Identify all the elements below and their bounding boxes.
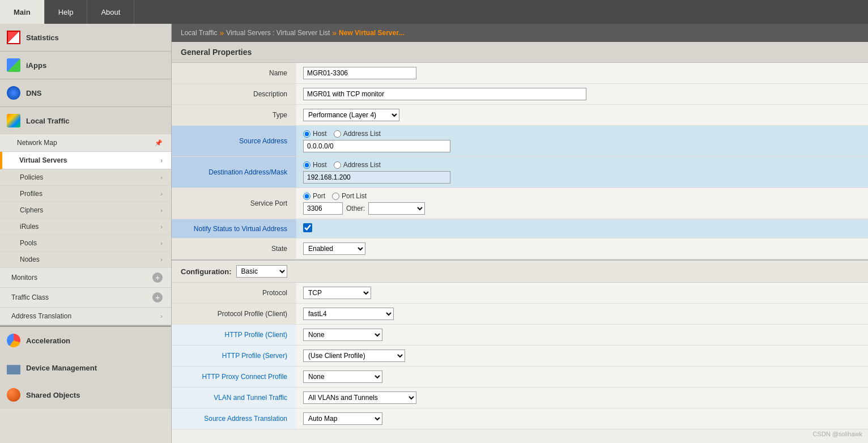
type-row: Type Performance (Layer 4) Standard Forw… <box>172 105 868 126</box>
monitors-plus-icon[interactable]: + <box>152 272 163 283</box>
http-profile-client-label: HTTP Profile (Client) <box>172 325 296 346</box>
state-row: State Enabled Disabled <box>172 238 868 259</box>
sidebar-item-monitors[interactable]: Monitors + <box>0 268 171 288</box>
configuration-header: Configuration: Basic Advanced <box>172 259 868 283</box>
service-port-input[interactable] <box>303 202 343 215</box>
nav-help[interactable]: Help <box>45 0 88 24</box>
main-content: Local Traffic » Virtual Servers : Virtua… <box>172 24 868 443</box>
sidebar-item-shared-objects[interactable]: Shared Objects <box>0 381 171 408</box>
protocol-value-cell: TCP UDP <box>296 283 868 304</box>
http-proxy-connect-value-cell: None <box>296 367 868 387</box>
dest-host-radio[interactable] <box>303 161 310 169</box>
other-label: Other: <box>346 205 365 212</box>
accel-icon <box>6 333 22 348</box>
main-layout: Statistics iApps DNS <box>0 24 868 443</box>
sidebar-item-acceleration[interactable]: Acceleration <box>0 327 171 354</box>
sidebar: Statistics iApps DNS <box>0 24 172 443</box>
breadcrumb: Local Traffic » Virtual Servers : Virtua… <box>172 24 868 42</box>
nav-main[interactable]: Main <box>0 0 45 24</box>
traffic-class-plus-icon[interactable]: + <box>152 292 163 303</box>
sidebar-item-virtual-servers[interactable]: Virtual Servers › <box>0 152 171 169</box>
sidebar-section-dns: DNS <box>0 79 171 107</box>
destination-address-row: Destination Address/Mask Host Address Li… <box>172 157 868 188</box>
http-profile-server-value-cell: (Use Client Profile) None <box>296 346 868 367</box>
dest-address-list-label[interactable]: Address List <box>334 161 381 169</box>
port-list-radio[interactable] <box>332 193 339 200</box>
address-translation-arrow: › <box>160 313 163 320</box>
source-address-input[interactable] <box>303 140 450 152</box>
protocol-select[interactable]: TCP UDP <box>303 287 371 299</box>
source-address-translation-select[interactable]: Auto Map None SNAT <box>303 412 382 425</box>
protocol-profile-client-select[interactable]: fastL4 tcp <box>303 308 394 320</box>
http-proxy-connect-select[interactable]: None <box>303 370 382 383</box>
sidebar-item-device-management[interactable]: Device Management <box>0 354 171 381</box>
shared-icon <box>6 387 22 403</box>
source-address-radio-group: Host Address List <box>303 130 861 138</box>
device-icon <box>6 360 22 376</box>
http-profile-server-select[interactable]: (Use Client Profile) None <box>303 350 405 362</box>
http-profile-client-row: HTTP Profile (Client) None http <box>172 325 868 346</box>
notify-status-checkbox[interactable] <box>303 223 312 232</box>
sidebar-item-irules[interactable]: iRules › <box>0 219 171 235</box>
port-radio[interactable] <box>303 193 310 200</box>
vlan-tunnel-label: VLAN and Tunnel Traffic <box>172 387 296 408</box>
service-port-row: Service Port Port Port List Other: <box>172 188 868 219</box>
sidebar-item-statistics[interactable]: Statistics <box>0 24 171 51</box>
port-label[interactable]: Port <box>303 192 325 200</box>
nav-about[interactable]: About <box>87 0 134 24</box>
sidebar-item-traffic-class[interactable]: Traffic Class + <box>0 288 171 308</box>
protocol-profile-client-row: Protocol Profile (Client) fastL4 tcp <box>172 304 868 325</box>
dest-host-label[interactable]: Host <box>303 161 327 169</box>
breadcrumb-sep2: » <box>332 28 337 37</box>
sidebar-item-dns[interactable]: DNS <box>0 79 171 107</box>
source-address-list-label[interactable]: Address List <box>334 130 381 138</box>
general-properties-header: General Properties <box>172 42 868 63</box>
destination-address-value-cell: Host Address List <box>296 157 868 188</box>
protocol-profile-client-label: Protocol Profile (Client) <box>172 304 296 325</box>
service-port-inputs: Other: <box>303 202 861 215</box>
configuration-label: Configuration: <box>181 267 232 276</box>
source-host-radio[interactable] <box>303 130 310 138</box>
sidebar-item-local-traffic[interactable]: Local Traffic <box>0 107 171 134</box>
sidebar-item-policies[interactable]: Policies › <box>0 169 171 186</box>
name-input[interactable] <box>303 67 416 79</box>
virtual-servers-arrow: › <box>160 157 163 164</box>
sidebar-item-nodes[interactable]: Nodes › <box>0 252 171 268</box>
vlan-tunnel-select[interactable]: All VLANs and Tunnels Enabled on <box>303 391 416 404</box>
state-value-cell: Enabled Disabled <box>296 238 868 259</box>
dest-address-list-radio[interactable] <box>334 161 341 169</box>
source-address-translation-value-cell: Auto Map None SNAT <box>296 408 868 429</box>
sidebar-item-address-translation[interactable]: Address Translation › <box>0 308 171 325</box>
state-select[interactable]: Enabled Disabled <box>303 242 365 255</box>
service-port-value-cell: Port Port List Other: <box>296 188 868 219</box>
notify-status-value-cell <box>296 219 868 238</box>
breadcrumb-local-traffic[interactable]: Local Traffic <box>181 29 217 37</box>
breadcrumb-virtual-servers[interactable]: Virtual Servers : Virtual Server List <box>226 29 330 37</box>
description-input[interactable] <box>303 88 586 100</box>
source-address-list-radio[interactable] <box>334 130 341 138</box>
sidebar-section-statistics: Statistics <box>0 24 171 52</box>
sidebar-item-profiles[interactable]: Profiles › <box>0 186 171 202</box>
other-port-select[interactable] <box>368 202 425 215</box>
http-proxy-connect-row: HTTP Proxy Connect Profile None <box>172 367 868 387</box>
port-list-label[interactable]: Port List <box>332 192 367 200</box>
http-profile-server-label: HTTP Profile (Server) <box>172 346 296 367</box>
policies-arrow: › <box>160 174 163 181</box>
protocol-label: Protocol <box>172 283 296 304</box>
http-profile-client-value-cell: None http <box>296 325 868 346</box>
sidebar-item-iapps[interactable]: iApps <box>0 52 171 79</box>
vlan-tunnel-row: VLAN and Tunnel Traffic All VLANs and Tu… <box>172 387 868 408</box>
traffic-icon <box>6 113 22 129</box>
source-address-translation-label: Source Address Translation <box>172 408 296 429</box>
configuration-mode-select[interactable]: Basic Advanced <box>236 265 287 278</box>
type-select[interactable]: Performance (Layer 4) Standard Forwardin… <box>303 109 399 121</box>
sidebar-item-pools[interactable]: Pools › <box>0 235 171 252</box>
http-profile-client-select[interactable]: None http <box>303 329 382 341</box>
sidebar-item-ciphers[interactable]: Ciphers › <box>0 202 171 219</box>
destination-address-input[interactable] <box>303 171 450 184</box>
vlan-tunnel-value-cell: All VLANs and Tunnels Enabled on <box>296 387 868 408</box>
configuration-table: Protocol TCP UDP Protocol Profile (Clien… <box>172 283 868 429</box>
protocol-profile-client-value-cell: fastL4 tcp <box>296 304 868 325</box>
source-host-label[interactable]: Host <box>303 130 327 138</box>
sidebar-item-network-map[interactable]: Network Map 📌 <box>0 134 171 152</box>
